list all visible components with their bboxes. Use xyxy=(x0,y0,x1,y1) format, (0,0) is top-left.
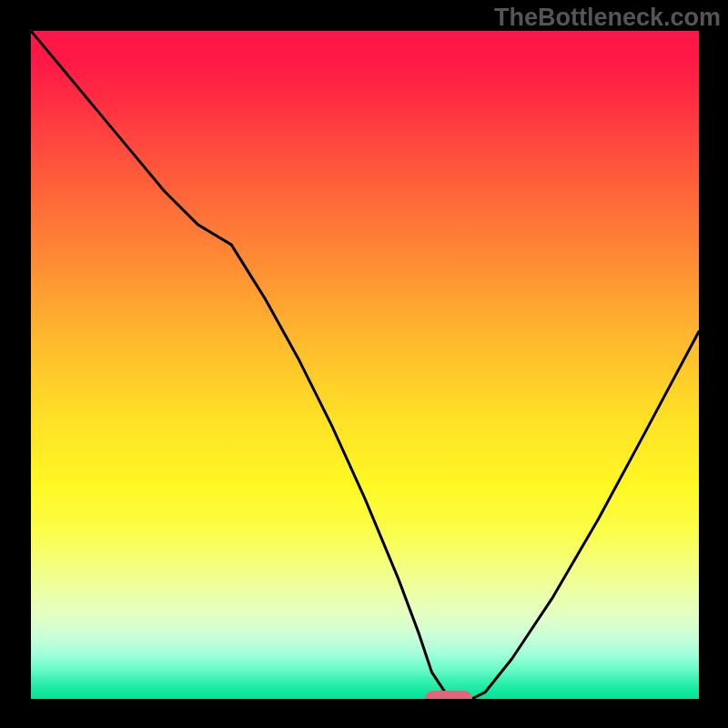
plot-area xyxy=(31,31,699,699)
chart-frame: TheBottleneck.com xyxy=(0,0,728,728)
watermark-text: TheBottleneck.com xyxy=(494,4,721,32)
bottleneck-curve xyxy=(31,31,699,699)
optimum-marker xyxy=(425,691,472,699)
curve-layer xyxy=(31,31,699,699)
